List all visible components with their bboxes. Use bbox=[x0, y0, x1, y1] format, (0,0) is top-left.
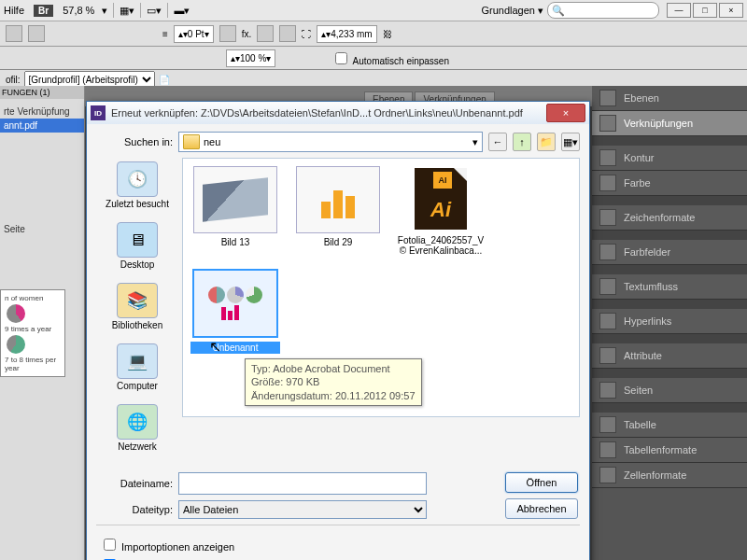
open-button[interactable]: Öffnen bbox=[505, 472, 578, 493]
place-desktop[interactable]: 🖥Desktop bbox=[96, 222, 178, 270]
char-icon[interactable] bbox=[6, 25, 22, 42]
place-computer[interactable]: 💻Computer bbox=[96, 343, 178, 391]
bridge-button[interactable]: Br bbox=[34, 5, 53, 17]
thumb-text-2: 9 times a year bbox=[5, 325, 61, 333]
stroke-icon: ≡ bbox=[162, 29, 168, 39]
close-button[interactable]: × bbox=[719, 3, 743, 18]
frame-icon[interactable] bbox=[257, 25, 274, 42]
thumb-bild29 bbox=[296, 166, 380, 233]
panel-verknuepfungen[interactable]: Verknüpfungen bbox=[592, 111, 747, 136]
panel-farbfelder[interactable]: Farbfelder bbox=[592, 240, 747, 265]
dialog-options: Importoptionen anzeigen Nach fehlenden V… bbox=[96, 525, 580, 560]
relink-dialog: ID Erneut verknüpfen: Z:\DVDs\Arbeitsdat… bbox=[86, 101, 590, 560]
place-libraries[interactable]: 📚Bibliotheken bbox=[96, 283, 178, 330]
dropdown-icon[interactable]: ▾ bbox=[102, 5, 107, 17]
tooltip-size: Größe: 970 KB bbox=[251, 375, 416, 388]
file-tooltip: Typ: Adobe Acrobat Document Größe: 970 K… bbox=[245, 358, 422, 406]
document-thumbnail: n of women 9 times a year 7 to 8 times p… bbox=[0, 289, 65, 377]
panel-gap bbox=[592, 300, 747, 309]
profile-icon[interactable]: 📄 bbox=[159, 75, 170, 85]
dialog-buttons: Öffnen Abbrechen bbox=[505, 472, 578, 519]
zoom-level[interactable]: 57,8 % bbox=[63, 5, 94, 16]
links-icon bbox=[599, 115, 616, 132]
link-icon[interactable]: ⛓ bbox=[383, 29, 392, 39]
place-network[interactable]: 🌐Netzwerk bbox=[96, 404, 178, 452]
view-mode-icon[interactable]: ▦▾ bbox=[120, 5, 134, 17]
desktop-icon: 🖥 bbox=[117, 222, 158, 258]
view-menu-button[interactable]: ▦▾ bbox=[561, 133, 580, 151]
help-menu[interactable]: Hilfe bbox=[4, 5, 24, 16]
import-options-checkbox[interactable]: Importoptionen anzeigen bbox=[100, 536, 576, 553]
tablefmt-icon bbox=[599, 441, 616, 458]
hyperlink-icon bbox=[599, 313, 616, 329]
filetype-select[interactable]: Alle Dateien bbox=[178, 500, 427, 519]
arrange-icon[interactable]: ▬▾ bbox=[174, 5, 190, 17]
links-sub: rte Verknüpfung bbox=[0, 99, 84, 119]
panel-gap bbox=[592, 196, 747, 205]
searchin-label: Suchen in: bbox=[96, 136, 173, 147]
crop-icon[interactable]: ⛶ bbox=[302, 29, 311, 39]
table-icon bbox=[599, 416, 616, 433]
panel-kontur[interactable]: Kontur bbox=[592, 146, 747, 171]
back-button[interactable]: ← bbox=[488, 133, 507, 151]
screen-mode-icon[interactable]: ▭▾ bbox=[147, 5, 162, 17]
separator bbox=[167, 3, 168, 18]
chevron-down-icon: ▾ bbox=[472, 136, 478, 148]
window-controls: — □ × bbox=[667, 3, 743, 18]
panel-seiten[interactable]: Seiten bbox=[592, 378, 747, 403]
maximize-button[interactable]: □ bbox=[693, 3, 717, 18]
filename-input[interactable] bbox=[178, 472, 427, 495]
filename: Fotolia_24062557_V bbox=[396, 235, 486, 245]
links-panel-header: FUNGEN (1) bbox=[0, 86, 84, 99]
recent-icon: 🕓 bbox=[117, 161, 158, 197]
panel-textumfluss[interactable]: Textumfluss bbox=[592, 274, 747, 300]
panel-gap bbox=[592, 369, 747, 378]
percent-field[interactable]: ▴▾ 100 % ▾ bbox=[226, 49, 275, 67]
thumb-text-1: n of women bbox=[5, 294, 61, 302]
panel-hyperlinks[interactable]: Hyperlinks bbox=[592, 309, 747, 334]
panel-attribute[interactable]: Attribute bbox=[592, 343, 747, 369]
para-icon[interactable] bbox=[28, 25, 45, 42]
network-icon: 🌐 bbox=[117, 404, 158, 440]
panel-zellenformate[interactable]: Zellenformate bbox=[592, 463, 747, 488]
minimize-button[interactable]: — bbox=[667, 3, 691, 18]
workspace-switcher[interactable]: Grundlagen ▾ bbox=[481, 5, 543, 17]
nav-icons: ← ↑ 📁 ▦▾ bbox=[488, 133, 580, 151]
search-missing-checkbox[interactable]: Nach fehlenden Verknüpfungen in diesem O… bbox=[100, 556, 576, 560]
indesign-icon: ID bbox=[91, 105, 106, 120]
filename-sub: © EvrenKalinbaca... bbox=[396, 245, 486, 256]
filename: Bild 13 bbox=[190, 237, 280, 247]
size-field[interactable]: ▴▾ 4,233 mm bbox=[317, 25, 376, 43]
panel-farbe[interactable]: Farbe bbox=[592, 171, 747, 196]
panel-tabelle[interactable]: Tabelle bbox=[592, 413, 747, 438]
search-input[interactable]: 🔍 bbox=[547, 2, 659, 19]
panel-ebenen[interactable]: Ebenen bbox=[592, 86, 747, 111]
file-bild13[interactable]: Bild 13 bbox=[190, 166, 280, 256]
tooltip-type: Typ: Adobe Acrobat Document bbox=[251, 362, 416, 375]
fx-icon[interactable] bbox=[219, 25, 236, 42]
separator bbox=[140, 3, 141, 18]
file-unbenannt[interactable]: Unbenannt bbox=[190, 269, 280, 354]
dialog-close-button[interactable]: × bbox=[546, 104, 585, 122]
app-topbar: Hilfe Br 57,8 % ▾ ▦▾ ▭▾ ▬▾ Grundlagen ▾ … bbox=[0, 0, 747, 21]
link-item-selected[interactable]: annt.pdf bbox=[0, 119, 84, 133]
panel-gap bbox=[592, 334, 747, 343]
cancel-button[interactable]: Abbrechen bbox=[505, 498, 578, 519]
panel-zeichen[interactable]: Zeichenformate bbox=[592, 205, 747, 231]
folder-icon bbox=[183, 134, 200, 149]
autofit-checkbox[interactable]: Automatisch einpassen bbox=[331, 49, 449, 67]
file-ai[interactable]: AIAi Fotolia_24062557_V © EvrenKalinbaca… bbox=[396, 166, 486, 256]
fit-icon[interactable] bbox=[279, 25, 296, 42]
new-folder-button[interactable]: 📁 bbox=[537, 133, 556, 151]
filetype-label: Dateityp: bbox=[96, 504, 173, 515]
place-recent[interactable]: 🕓Zuletzt besucht bbox=[96, 161, 178, 209]
panel-tabellenformate[interactable]: Tabellenformate bbox=[592, 438, 747, 463]
layers-icon bbox=[599, 90, 616, 106]
folder-combo[interactable]: neu ▾ bbox=[178, 132, 483, 152]
up-button[interactable]: ↑ bbox=[513, 133, 531, 151]
fx-label: fx. bbox=[242, 29, 252, 39]
dialog-titlebar[interactable]: ID Erneut verknüpfen: Z:\DVDs\Arbeitsdat… bbox=[87, 102, 589, 124]
stroke-weight[interactable]: ▴▾ 0 Pt ▾ bbox=[174, 25, 214, 43]
dialog-title: Erneut verknüpfen: Z:\DVDs\Arbeitsdateie… bbox=[111, 107, 546, 119]
file-bild29[interactable]: Bild 29 bbox=[293, 166, 383, 256]
